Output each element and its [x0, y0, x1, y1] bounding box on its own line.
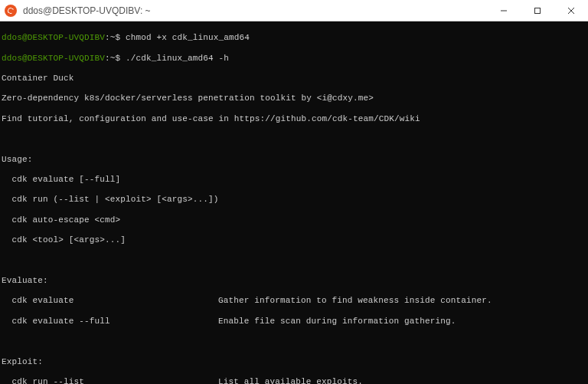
program-name: Container Duck [2, 74, 586, 84]
prompt-path: ~ [110, 54, 116, 63]
prompt-user: ddos@DESKTOP-UVQDIBV [2, 54, 105, 63]
program-docs: Find tutorial, configuration and use-cas… [2, 114, 586, 124]
usage-line: cdk evaluate [--full] [2, 175, 586, 185]
terminal-output[interactable]: ddos@DESKTOP-UVQDIBV:~$ chmod +x cdk_lin… [0, 21, 588, 384]
prompt-line: ddos@DESKTOP-UVQDIBV:~$ ./cdk_linux_amd6… [2, 54, 586, 64]
prompt-path: ~ [110, 33, 116, 42]
row-cmd: cdk evaluate [2, 296, 218, 306]
blank-line [2, 336, 586, 346]
row-cmd: cdk run --list [2, 377, 218, 384]
prompt-user: ddos@DESKTOP-UVQDIBV [2, 33, 105, 42]
maximize-button[interactable] [521, 0, 554, 21]
prompt-sep: : [105, 33, 110, 42]
prompt-line: ddos@DESKTOP-UVQDIBV:~$ chmod +x cdk_lin… [2, 33, 586, 43]
row-desc: Gather information to find weakness insi… [218, 296, 586, 306]
prompt-sep: : [105, 54, 110, 63]
prompt-marker: $ [116, 54, 121, 63]
prompt-marker: $ [116, 33, 121, 42]
evaluate-row: cdk evaluate --fullEnable file scan duri… [2, 317, 586, 327]
titlebar: ddos@DESKTOP-UVQDIBV: ~ [0, 0, 588, 21]
usage-title: Usage: [2, 155, 586, 165]
exploit-row: cdk run --listList all available exploit… [2, 377, 586, 384]
evaluate-title: Evaluate: [2, 276, 586, 286]
window-controls [487, 0, 588, 21]
usage-line: cdk auto-escape <cmd> [2, 215, 586, 225]
blank-line [2, 256, 586, 266]
row-desc: Enable file scan during information gath… [218, 317, 586, 327]
minimize-button[interactable] [487, 0, 521, 21]
row-desc: List all available exploits. [218, 377, 586, 384]
usage-line: cdk run (--list | <exploit> [<args>...]) [2, 195, 586, 205]
command-1: chmod +x cdk_linux_amd64 [126, 33, 250, 42]
usage-line: cdk <tool> [<args>...] [2, 235, 586, 245]
command-2: ./cdk_linux_amd64 -h [126, 54, 229, 63]
close-button[interactable] [554, 0, 588, 21]
exploit-title: Exploit: [2, 357, 586, 367]
blank-line [2, 134, 586, 144]
ubuntu-icon [5, 5, 17, 17]
program-desc: Zero-dependency k8s/docker/serverless pe… [2, 94, 586, 103]
row-cmd: cdk evaluate --full [2, 317, 218, 327]
evaluate-row: cdk evaluateGather information to find w… [2, 296, 586, 306]
window-title: ddos@DESKTOP-UVQDIBV: ~ [23, 5, 487, 16]
svg-rect-1 [535, 8, 541, 13]
